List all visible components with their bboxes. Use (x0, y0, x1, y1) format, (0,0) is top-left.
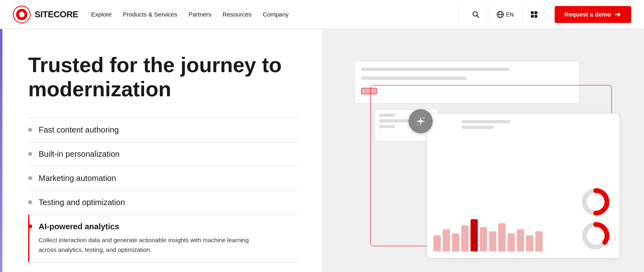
hero-title: Trusted for the journey to modernization (28, 53, 298, 102)
svg-rect-8 (531, 11, 534, 14)
bar-item (517, 229, 524, 251)
bar-item (498, 223, 506, 251)
analytics-line (462, 126, 494, 129)
bar-item (443, 229, 450, 251)
language-button[interactable]: EN (496, 10, 514, 19)
nav-link-resources[interactable]: Resources (223, 11, 252, 18)
search-icon (472, 10, 480, 19)
bar-chart (433, 211, 543, 251)
nav-link-company[interactable]: Company (263, 11, 289, 18)
nav-divider-lang (522, 6, 522, 23)
request-demo-button[interactable]: Request a demo (555, 6, 631, 23)
feature-item-fast-content[interactable]: Fast content authoring (28, 118, 298, 142)
grid-button[interactable] (530, 10, 538, 19)
feature-bullet-active (28, 224, 32, 228)
nav-right: EN Request a demo (472, 6, 631, 23)
sparkle-icon (414, 115, 427, 128)
feature-bullet (28, 128, 32, 132)
svg-point-14 (417, 124, 419, 125)
analytics-header-lines (462, 120, 613, 129)
nav-divider-grid (546, 6, 547, 23)
nav-link-partners[interactable]: Partners (188, 11, 211, 18)
sitecore-logo-icon (13, 6, 31, 23)
feature-item-analytics[interactable]: AI-powered analytics Collect interaction… (28, 215, 298, 262)
feature-label-active: AI-powered analytics (39, 222, 119, 231)
demo-button-label: Request a demo (564, 11, 611, 18)
nav-divider-left (458, 6, 459, 23)
hero-section: Trusted for the journey to modernization… (0, 29, 644, 272)
bar-item (535, 231, 543, 251)
feature-label: Testing and optimization (39, 198, 125, 207)
logo-text: SITECORE (35, 9, 78, 20)
globe-icon (496, 10, 504, 19)
donut-chart-1 (582, 188, 610, 216)
svg-point-2 (19, 12, 25, 17)
nav-links: Explore Products & Services Partners Res… (91, 11, 445, 18)
nav-divider-search (488, 6, 488, 23)
bar-item (452, 233, 459, 251)
mock-line (361, 68, 509, 71)
bar-item (508, 233, 515, 251)
hero-left: Trusted for the journey to modernization… (0, 29, 322, 272)
bar-item (471, 219, 478, 251)
feature-label: Fast content authoring (39, 125, 119, 135)
feature-item-testing[interactable]: Testing and optimization (28, 191, 298, 215)
svg-rect-11 (535, 15, 537, 18)
bar-item (461, 225, 469, 251)
feature-item-marketing[interactable]: Marketing automation (28, 166, 298, 191)
bar-item (526, 235, 533, 251)
feature-label: Built-in personalization (39, 149, 120, 159)
grid-icon (530, 10, 538, 19)
svg-line-4 (477, 16, 479, 18)
bar-item (480, 227, 487, 251)
feature-bullet (28, 200, 32, 204)
feature-item-personalization[interactable]: Built-in personalization (28, 142, 298, 166)
analytics-line (462, 120, 510, 123)
svg-rect-9 (535, 11, 537, 14)
mock-line (379, 125, 395, 128)
hero-right (322, 29, 644, 272)
hero-illustration (346, 53, 620, 262)
bar-item (489, 231, 496, 251)
donut-chart-2 (582, 222, 610, 250)
arrow-right-icon (614, 11, 621, 18)
svg-rect-10 (531, 15, 534, 18)
ai-icon-circle (409, 109, 433, 133)
feature-bullet (28, 152, 32, 156)
navigation: SITECORE Explore Products & Services Par… (0, 0, 644, 29)
bar-item (433, 235, 441, 251)
svg-point-13 (423, 117, 425, 119)
feature-label: Marketing automation (39, 174, 116, 183)
feature-desc: Collect interaction data and generate ac… (39, 235, 256, 255)
nav-link-explore[interactable]: Explore (91, 11, 111, 18)
feature-list: Fast content authoring Built-in personal… (28, 118, 298, 262)
feature-bullet (28, 176, 32, 180)
search-button[interactable] (472, 10, 480, 19)
mock-line (379, 114, 395, 117)
language-label: EN (506, 11, 514, 18)
mock-line (361, 77, 467, 80)
nav-link-products[interactable]: Products & Services (123, 11, 177, 18)
svg-point-3 (473, 12, 477, 16)
analytics-card (427, 113, 620, 258)
logo-link[interactable]: SITECORE (13, 6, 78, 23)
